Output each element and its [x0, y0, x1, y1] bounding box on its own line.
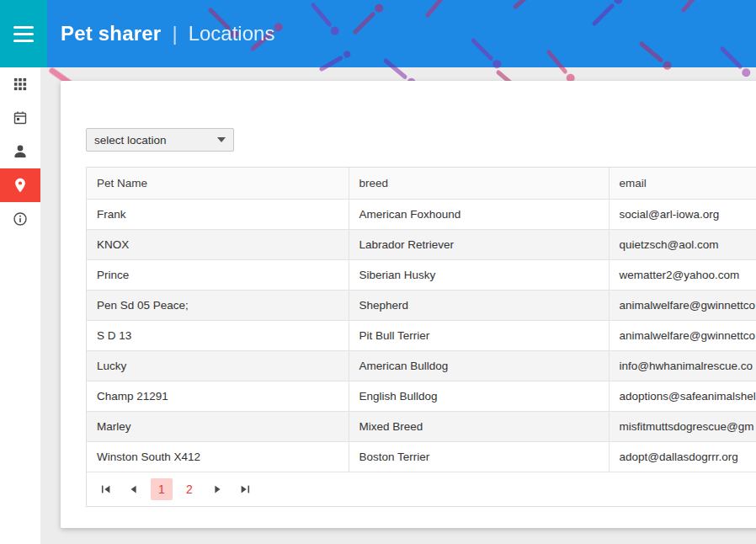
cell-email: social@arl-iowa.org	[609, 199, 756, 229]
last-page-button[interactable]	[234, 478, 256, 500]
cell-email: quietzsch@aol.com	[609, 229, 756, 259]
cell-breed: Labrador Retriever	[349, 229, 609, 259]
calendar-icon	[13, 110, 28, 125]
chevron-down-icon	[217, 137, 226, 142]
place-pin-icon	[12, 177, 29, 194]
cell-breed: American Foxhound	[349, 199, 609, 229]
table-row: Frank American Foxhound social@arl-iowa.…	[87, 199, 756, 229]
cell-email: info@hwhanimalrescue.co	[609, 350, 756, 381]
last-page-icon	[239, 483, 251, 495]
cell-pet-name: S D 13	[87, 320, 349, 350]
cell-email: adoptions@safeanimalshel	[609, 381, 756, 411]
next-page-button[interactable]	[206, 478, 228, 500]
header-titles: Pet sharer | Locations	[61, 0, 274, 67]
grid-icon	[13, 77, 27, 91]
cell-breed: Siberian Husky	[349, 259, 609, 290]
next-page-icon	[211, 483, 223, 495]
pets-table: Pet Name breed email Frank American Foxh…	[87, 168, 756, 472]
page-button-1[interactable]: 1	[151, 478, 173, 500]
table-row: Winston South X412 Boston Terrier adopt@…	[87, 441, 756, 472]
column-header-pet-name: Pet Name	[87, 168, 349, 199]
cell-email: misfitmuttsdogrescue@gm	[609, 411, 756, 441]
cell-breed: English Bulldog	[349, 381, 609, 411]
sidebar-item-people[interactable]	[0, 135, 40, 168]
column-header-email: email	[609, 168, 756, 199]
page-button-2[interactable]: 2	[178, 478, 200, 500]
sidebar-item-locations[interactable]	[0, 168, 40, 202]
table-row: S D 13 Pit Bull Terrier animalwelfare@gw…	[87, 320, 756, 350]
info-icon	[13, 211, 28, 227]
cell-email: adopt@dallasdogrrr.org	[609, 441, 756, 472]
content-card: select location Pet Name breed email Fra…	[61, 81, 756, 528]
cell-email: animalwelfare@gwinnettco	[609, 320, 756, 350]
table-row: KNOX Labrador Retriever quietzsch@aol.co…	[87, 229, 756, 259]
cell-pet-name: Lucky	[87, 350, 349, 381]
prev-page-button[interactable]	[123, 478, 145, 500]
sidebar-item-calendar[interactable]	[0, 101, 40, 135]
cell-pet-name: Frank	[87, 199, 349, 229]
cell-email: animalwelfare@gwinnettco	[609, 290, 756, 320]
menu-button[interactable]	[0, 0, 47, 67]
first-page-button[interactable]	[95, 478, 117, 500]
location-select-value: select location	[94, 134, 167, 147]
first-page-icon	[100, 483, 112, 495]
sidebar-item-apps[interactable]	[0, 67, 40, 101]
prev-page-icon	[128, 483, 140, 495]
table-row: Prince Siberian Husky wematter2@yahoo.co…	[87, 259, 756, 290]
hamburger-icon	[13, 26, 34, 29]
person-icon	[13, 144, 28, 159]
sidebar	[0, 67, 40, 544]
table-row: Lucky American Bulldog info@hwhanimalres…	[87, 350, 756, 381]
cell-pet-name: Champ 21291	[87, 381, 349, 411]
cell-pet-name: Pen Sd 05 Peace;	[87, 290, 349, 320]
page-title: Locations	[189, 22, 275, 45]
table-row: Marley Mixed Breed misfitmuttsdogrescue@…	[87, 411, 756, 441]
pagination: 1 2	[87, 472, 756, 506]
sidebar-item-about[interactable]	[0, 202, 40, 236]
app-title: Pet sharer	[61, 22, 161, 45]
table-row: Champ 21291 English Bulldog adoptions@sa…	[87, 381, 756, 411]
table-header-row: Pet Name breed email	[87, 168, 756, 199]
pets-grid: Pet Name breed email Frank American Foxh…	[86, 167, 756, 507]
cell-pet-name: Winston South X412	[87, 441, 349, 472]
cell-breed: Pit Bull Terrier	[349, 320, 609, 350]
title-separator: |	[172, 22, 177, 45]
location-select[interactable]: select location	[86, 128, 234, 152]
cell-breed: American Bulldog	[349, 350, 609, 381]
table-row: Pen Sd 05 Peace; Shepherd animalwelfare@…	[87, 290, 756, 320]
cell-pet-name: Marley	[87, 411, 349, 441]
column-header-breed: breed	[349, 168, 609, 199]
cell-email: wematter2@yahoo.com	[609, 259, 756, 290]
cell-pet-name: Prince	[87, 259, 349, 290]
cell-breed: Boston Terrier	[349, 441, 609, 472]
cell-pet-name: KNOX	[87, 229, 349, 259]
cell-breed: Shepherd	[349, 290, 609, 320]
cell-breed: Mixed Breed	[349, 411, 609, 441]
